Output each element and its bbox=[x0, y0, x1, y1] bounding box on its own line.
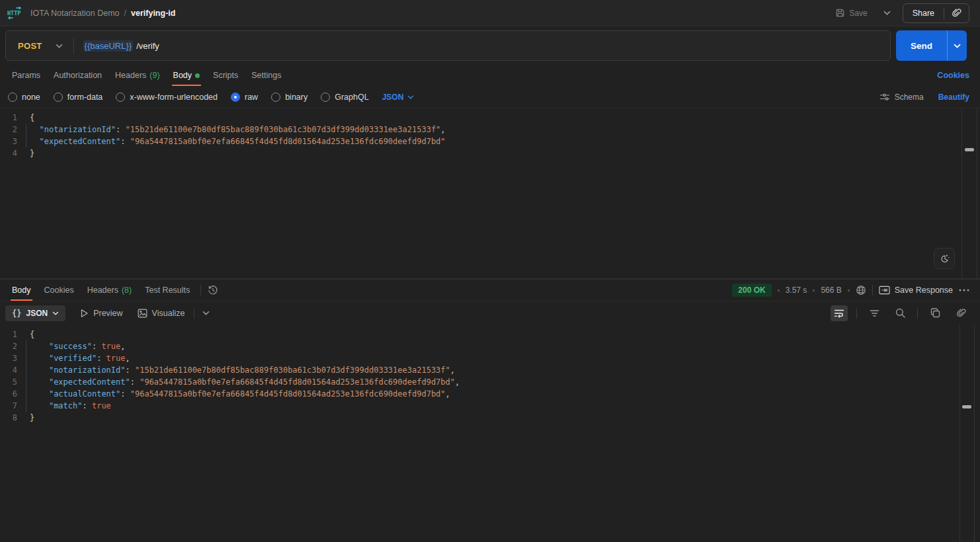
save-options-button[interactable] bbox=[878, 8, 896, 18]
radio-form-data[interactable]: form-data bbox=[54, 93, 103, 102]
wrap-text-button[interactable] bbox=[831, 305, 848, 321]
code-text: "success": true, bbox=[24, 340, 126, 352]
response-format-selector[interactable]: {} JSON bbox=[5, 305, 65, 321]
breadcrumb-request-name[interactable]: verifying-id bbox=[131, 9, 175, 18]
radio-x-www-form-urlencoded[interactable]: x-www-form-urlencoded bbox=[116, 93, 218, 102]
preview-button[interactable]: Preview bbox=[80, 309, 122, 318]
code-line: 2 "notarizationId": "15b21de61100e7b80df… bbox=[0, 124, 980, 136]
breadcrumb-workspace[interactable]: IOTA Notarization Demo bbox=[30, 9, 120, 18]
response-tab-test-results[interactable]: Test Results bbox=[138, 280, 196, 301]
response-tab-headers[interactable]: Headers (8) bbox=[81, 280, 139, 301]
radio-binary[interactable]: binary bbox=[271, 93, 307, 102]
more-options-button[interactable] bbox=[959, 289, 969, 291]
code-text: "verified": true, bbox=[24, 352, 130, 364]
save-icon bbox=[835, 8, 845, 18]
wrap-text-icon bbox=[834, 309, 844, 318]
cookies-link[interactable]: Cookies bbox=[937, 71, 969, 80]
tab-headers[interactable]: Headers (9) bbox=[108, 65, 167, 86]
share-button-group: Share bbox=[903, 3, 969, 23]
editor-rail-edge bbox=[974, 325, 975, 542]
network-info-button[interactable] bbox=[856, 285, 866, 295]
radio-icon bbox=[116, 93, 125, 102]
code-line: 1{ bbox=[0, 112, 980, 124]
code-text: { bbox=[24, 112, 34, 124]
ellipsis-icon bbox=[959, 289, 969, 291]
line-number: 2 bbox=[0, 124, 24, 136]
response-toolbar: {} JSON Preview Visualize bbox=[0, 301, 980, 325]
search-icon bbox=[895, 308, 905, 318]
divider bbox=[194, 308, 194, 319]
chevron-down-icon bbox=[52, 311, 59, 315]
code-text: "match": true bbox=[24, 400, 111, 412]
response-time[interactable]: 3.57 s bbox=[786, 286, 807, 295]
response-history-button[interactable] bbox=[208, 285, 218, 295]
filter-button[interactable] bbox=[866, 305, 883, 321]
beautify-button[interactable]: Beautify bbox=[938, 93, 969, 102]
response-body-editor[interactable]: 1{2 "success": true,3 "verified": true,4… bbox=[0, 325, 980, 542]
code-line: 7 "match": true bbox=[0, 400, 980, 412]
filter-lines-icon bbox=[870, 309, 879, 317]
history-clock-icon bbox=[208, 285, 218, 295]
divider bbox=[872, 285, 873, 295]
tab-scripts[interactable]: Scripts bbox=[206, 65, 245, 86]
response-tab-body[interactable]: Body bbox=[5, 280, 38, 301]
radio-raw[interactable]: raw bbox=[231, 93, 258, 102]
line-number: 6 bbox=[0, 388, 24, 400]
postbot-button[interactable] bbox=[934, 248, 955, 269]
radio-none[interactable]: none bbox=[8, 93, 40, 102]
http-request-icon: HTTP bbox=[7, 7, 22, 20]
request-body-editor[interactable]: 1{2 "notarizationId": "15b21de61100e7b80… bbox=[0, 108, 980, 279]
divider bbox=[200, 285, 201, 295]
svg-text:HTTP: HTTP bbox=[7, 10, 20, 17]
send-options-button[interactable] bbox=[947, 30, 967, 61]
code-line: 4} bbox=[0, 147, 980, 159]
save-response-button[interactable]: Save Response bbox=[879, 286, 953, 295]
method-selector[interactable]: POST bbox=[6, 41, 73, 51]
breadcrumb-separator: / bbox=[124, 9, 126, 18]
visualize-button[interactable]: Visualize bbox=[138, 309, 185, 318]
save-button[interactable]: Save bbox=[831, 5, 871, 21]
copy-link-button[interactable] bbox=[952, 305, 969, 321]
dot-separator bbox=[848, 290, 850, 291]
search-button[interactable] bbox=[891, 305, 909, 321]
copy-button[interactable] bbox=[926, 305, 944, 321]
sliders-icon bbox=[879, 93, 890, 102]
response-headers-count: (8) bbox=[122, 286, 132, 295]
response-scrollbar-thumb[interactable] bbox=[962, 405, 971, 408]
radio-graphql[interactable]: GraphQL bbox=[321, 93, 368, 102]
send-button[interactable]: Send bbox=[896, 30, 947, 61]
status-badge[interactable]: 200 OK bbox=[732, 284, 771, 297]
divider bbox=[856, 308, 857, 319]
code-line: 1{ bbox=[0, 329, 980, 340]
paperclip-icon bbox=[952, 8, 961, 18]
code-line: 3 "expectedContent": "96a5447815a0bf0e7e… bbox=[0, 136, 980, 147]
language-selector[interactable]: JSON bbox=[382, 93, 415, 102]
code-text: "notarizationId": "15b21de61100e7b80df85… bbox=[24, 364, 455, 376]
save-response-icon bbox=[879, 286, 890, 295]
code-text: "actualContent": "96a5447815a0bf0e7efa66… bbox=[24, 388, 450, 400]
share-button[interactable]: Share bbox=[903, 4, 944, 22]
url-input[interactable]: {{baseURL}} /verify bbox=[83, 40, 159, 52]
response-code: 1{2 "success": true,3 "verified": true,4… bbox=[0, 329, 980, 424]
code-line: 4 "notarizationId": "15b21de61100e7b80df… bbox=[0, 364, 980, 376]
line-number: 1 bbox=[0, 329, 24, 340]
radio-icon bbox=[271, 93, 280, 102]
response-size[interactable]: 566 B bbox=[821, 286, 841, 295]
tab-settings[interactable]: Settings bbox=[245, 65, 288, 86]
format-more-button[interactable] bbox=[202, 311, 210, 315]
request-scrollbar-thumb[interactable] bbox=[965, 148, 974, 151]
schema-button[interactable]: Schema bbox=[879, 93, 924, 102]
headers-count: (9) bbox=[149, 71, 159, 80]
request-code: 1{2 "notarizationId": "15b21de61100e7b80… bbox=[0, 112, 980, 159]
tab-params[interactable]: Params bbox=[5, 65, 47, 86]
response-tab-cookies[interactable]: Cookies bbox=[38, 280, 81, 301]
body-type-options: none form-data x-www-form-urlencoded raw… bbox=[0, 86, 980, 108]
line-number: 1 bbox=[0, 112, 24, 124]
save-label: Save bbox=[849, 9, 867, 18]
globe-icon bbox=[856, 285, 866, 295]
tab-body[interactable]: Body bbox=[167, 65, 207, 86]
line-number: 8 bbox=[0, 412, 24, 424]
code-text: "expectedContent": "96a5447815a0bf0e7efa… bbox=[24, 376, 460, 388]
copy-link-button[interactable] bbox=[944, 4, 969, 22]
tab-authorization[interactable]: Authorization bbox=[47, 65, 108, 86]
